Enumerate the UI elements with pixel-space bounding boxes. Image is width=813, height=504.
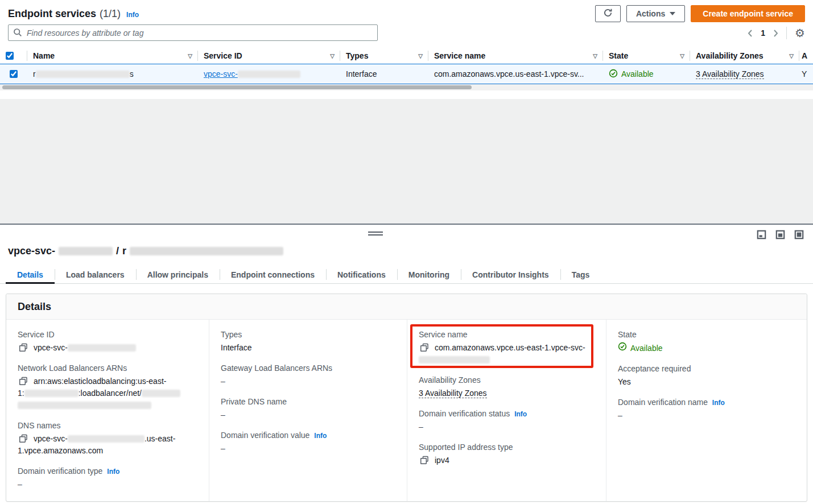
field-dns-names: DNS names vpce-svc-.us-east- 1.vpce.amaz… bbox=[18, 421, 197, 457]
info-link[interactable]: Info bbox=[314, 432, 327, 440]
info-link[interactable]: Info bbox=[107, 468, 119, 476]
settings-gear-icon[interactable]: ⚙ bbox=[795, 27, 805, 39]
service-id-link[interactable]: vpce-svc- bbox=[204, 69, 300, 79]
details-column-2: Types Interface Gateway Load Balancers A… bbox=[209, 320, 407, 501]
search-bar bbox=[8, 24, 378, 41]
row-truncated-cell: Y bbox=[799, 64, 813, 84]
search-icon bbox=[13, 28, 22, 39]
table-row[interactable]: rs vpce-svc- Interface com.amazonaws.vpc… bbox=[0, 64, 813, 84]
field-domain-verification-name: Domain verification name Info – bbox=[618, 398, 795, 422]
search-input[interactable] bbox=[8, 24, 378, 41]
available-check-icon bbox=[609, 69, 618, 80]
field-domain-verification-type: Domain verification type Info – bbox=[18, 466, 197, 490]
availability-zones-link[interactable]: 3 Availability Zones bbox=[419, 389, 487, 398]
row-checkbox[interactable] bbox=[10, 70, 18, 78]
column-header-state[interactable]: State▽ bbox=[603, 48, 690, 64]
toolbar-buttons: Actions Create endpoint service bbox=[595, 5, 805, 22]
next-page-icon[interactable] bbox=[773, 29, 778, 38]
sort-icon[interactable]: ▽ bbox=[680, 53, 684, 59]
field-acceptance-required: Acceptance required Yes bbox=[618, 364, 795, 388]
column-header-types[interactable]: Types▽ bbox=[340, 48, 428, 64]
availability-zones-link[interactable]: 3 Availability Zones bbox=[696, 69, 764, 79]
tab-tags[interactable]: Tags bbox=[560, 266, 601, 283]
state-badge: Available bbox=[621, 69, 654, 79]
tab-contributor-insights[interactable]: Contributor Insights bbox=[461, 266, 560, 283]
previous-page-icon[interactable] bbox=[748, 29, 753, 38]
panel-size-medium-icon[interactable] bbox=[775, 230, 785, 239]
horizontal-scrollbar bbox=[0, 84, 813, 90]
panel-size-small-icon[interactable] bbox=[757, 230, 766, 239]
refresh-button[interactable] bbox=[595, 5, 621, 22]
page-title-text: Endpoint services bbox=[8, 8, 96, 20]
sort-icon[interactable]: ▽ bbox=[330, 53, 335, 59]
tab-endpoint-connections[interactable]: Endpoint connections bbox=[220, 266, 326, 283]
column-header-availability-zones[interactable]: Availability Zones▽ bbox=[690, 48, 799, 64]
state-badge: Available bbox=[630, 342, 663, 354]
copy-icon[interactable] bbox=[19, 434, 28, 443]
tab-notifications[interactable]: Notifications bbox=[326, 266, 397, 283]
table-header: Name▽ Service ID▽ Types▽ Service name▽ S… bbox=[0, 48, 813, 64]
tab-monitoring[interactable]: Monitoring bbox=[397, 266, 461, 283]
panel-size-large-icon[interactable] bbox=[794, 230, 804, 239]
column-header-truncated[interactable]: A bbox=[799, 48, 813, 64]
column-header-name[interactable]: Name▽ bbox=[27, 48, 198, 64]
sort-icon[interactable]: ▽ bbox=[593, 53, 597, 59]
panel-drag-handle[interactable] bbox=[368, 232, 383, 236]
select-all-cell bbox=[0, 48, 27, 64]
info-link[interactable]: Info bbox=[126, 11, 139, 19]
info-link[interactable]: Info bbox=[712, 399, 725, 407]
sort-icon[interactable]: ▽ bbox=[789, 53, 794, 59]
page-title: Endpoint services (1/1) Info bbox=[8, 8, 139, 20]
copy-icon[interactable] bbox=[19, 377, 28, 386]
current-page[interactable]: 1 bbox=[761, 28, 765, 38]
column-header-service-id[interactable]: Service ID▽ bbox=[198, 48, 340, 64]
redacted-text bbox=[36, 71, 130, 78]
row-state-cell: Available bbox=[603, 64, 690, 84]
row-az-cell: 3 Availability Zones bbox=[690, 64, 799, 84]
column-header-service-name[interactable]: Service name▽ bbox=[428, 48, 603, 64]
actions-button[interactable]: Actions bbox=[626, 5, 685, 22]
tab-load-balancers[interactable]: Load balancers bbox=[55, 266, 136, 283]
details-card-body: Service ID vpce-svc- Network Load Balanc… bbox=[6, 320, 807, 501]
details-card-header: Details bbox=[6, 294, 807, 320]
detail-split-panel: vpce-svc- / r Details Load balancers All… bbox=[0, 224, 813, 504]
panel-title: vpce-svc- / r bbox=[8, 245, 283, 257]
details-column-1: Service ID vpce-svc- Network Load Balanc… bbox=[6, 320, 209, 501]
field-nlb-arns: Network Load Balancers ARNs arn:aws:elas… bbox=[18, 363, 197, 411]
field-availability-zones: Availability Zones 3 Availability Zones bbox=[419, 375, 595, 399]
tab-details[interactable]: Details bbox=[6, 266, 55, 283]
field-private-dns-name: Private DNS name – bbox=[221, 397, 395, 421]
copy-icon[interactable] bbox=[420, 343, 429, 352]
tab-allow-principals[interactable]: Allow principals bbox=[136, 266, 220, 283]
divider bbox=[786, 27, 787, 39]
details-column-3: Service name com.amazonaws.vpce.us-east-… bbox=[407, 320, 606, 501]
redacted-text bbox=[419, 356, 490, 363]
redacted-text bbox=[68, 344, 136, 352]
page-header: Endpoint services (1/1) Info Actions Cre… bbox=[8, 5, 805, 23]
copy-icon[interactable] bbox=[420, 456, 429, 465]
details-column-4: State Available Acceptance required Yes … bbox=[606, 320, 807, 501]
info-link[interactable]: Info bbox=[514, 410, 527, 418]
copy-icon[interactable] bbox=[19, 343, 28, 352]
redacted-text bbox=[59, 247, 113, 255]
field-glb-arns: Gateway Load Balancers ARNs – bbox=[221, 363, 395, 387]
available-check-icon bbox=[618, 342, 627, 354]
sort-icon[interactable]: ▽ bbox=[418, 53, 423, 59]
field-service-id: Service ID vpce-svc- bbox=[18, 330, 197, 354]
row-service-name-cell: com.amazonaws.vpce.us-east-1.vpce-sv... bbox=[428, 64, 603, 84]
field-supported-ip: Supported IP address type ipv4 bbox=[419, 443, 595, 466]
refresh-icon bbox=[603, 8, 613, 19]
redacted-text bbox=[238, 71, 300, 78]
create-endpoint-service-button[interactable]: Create endpoint service bbox=[691, 5, 805, 22]
chevron-down-icon bbox=[670, 12, 675, 15]
field-types: Types Interface bbox=[221, 330, 395, 354]
row-types-cell: Interface bbox=[340, 64, 428, 84]
scrollbar-thumb[interactable] bbox=[2, 85, 472, 89]
sort-icon[interactable]: ▽ bbox=[188, 53, 192, 59]
details-card: Details Service ID vpce-svc- Network Loa… bbox=[6, 294, 807, 502]
actions-button-label: Actions bbox=[636, 9, 665, 18]
resource-count: (1/1) bbox=[100, 8, 121, 20]
panel-tabs: Details Load balancers Allow principals … bbox=[0, 266, 813, 284]
select-all-checkbox[interactable] bbox=[6, 52, 14, 60]
redacted-text bbox=[24, 390, 79, 397]
